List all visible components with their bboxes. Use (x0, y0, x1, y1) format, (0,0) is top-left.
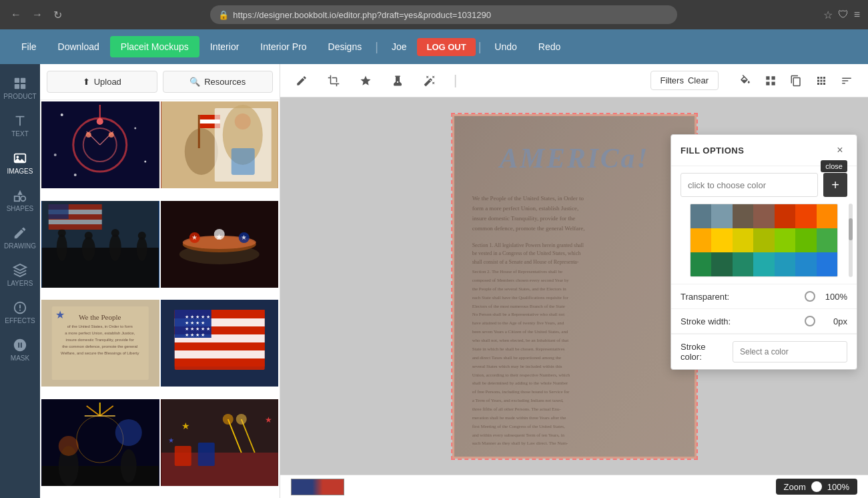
color-swatch[interactable] (733, 204, 753, 228)
pencil-icon (296, 75, 308, 87)
sidebar-icons: PRODUCT TEXT IMAGES SHAPES DRAWING LAYER… (0, 64, 40, 498)
menu-interior-pro[interactable]: Interior Pro (250, 36, 317, 57)
wand-tool[interactable] (419, 70, 440, 91)
svg-point-38 (82, 237, 95, 261)
list-item[interactable]: ★ ★ ★ (161, 399, 279, 486)
list-item[interactable] (161, 101, 279, 188)
copy-tool[interactable] (785, 70, 807, 91)
add-color-button[interactable]: + (823, 173, 847, 197)
color-text-input[interactable] (681, 173, 818, 197)
stroke-width-radio[interactable] (805, 316, 815, 326)
refresh-button[interactable]: ↻ (51, 6, 65, 24)
forward-button[interactable]: → (29, 6, 45, 23)
transparent-radio[interactable] (805, 291, 815, 302)
color-swatch[interactable] (817, 204, 837, 228)
wand-icon (424, 75, 436, 87)
apps-tool[interactable] (811, 70, 832, 91)
color-swatch[interactable] (691, 204, 711, 228)
color-swatch[interactable] (753, 228, 774, 252)
sidebar-item-layers[interactable]: LAYERS (3, 258, 37, 292)
color-palette (690, 204, 838, 277)
svg-point-93 (121, 449, 137, 483)
zoom-slider[interactable] (811, 481, 822, 492)
color-swatch[interactable] (795, 252, 816, 276)
color-swatch[interactable] (691, 228, 711, 252)
list-item[interactable] (41, 101, 159, 188)
header-divider-2: | (476, 40, 484, 54)
list-item[interactable]: ★ ★ ★ (161, 201, 279, 288)
color-swatch[interactable] (711, 228, 732, 252)
svg-text:★: ★ (167, 437, 173, 444)
svg-point-37 (58, 229, 66, 237)
browser-chrome: ← → ↻ 🔒 https://designer.bookbolt.io/edi… (0, 0, 868, 29)
address-bar[interactable]: 🔒 https://designer.bookbolt.io/editor.ph… (210, 5, 677, 24)
image-grid: ★ ★ ★ We the People of the United States… (40, 100, 280, 498)
color-swatch[interactable] (795, 204, 816, 228)
canvas-main[interactable]: AMERICa! We the People of the United Sta… (280, 97, 868, 475)
color-swatch[interactable] (691, 252, 711, 276)
undo-button[interactable]: Undo (484, 36, 527, 57)
list-item[interactable] (41, 399, 159, 486)
clear-filters-button[interactable]: Filters Clear (650, 71, 719, 90)
menu-file[interactable]: File (11, 36, 47, 57)
back-button[interactable]: ← (8, 6, 24, 23)
list-item[interactable] (41, 201, 159, 288)
resources-button[interactable]: 🔍 Resources (163, 71, 274, 93)
toolbar-divider: | (454, 73, 457, 88)
color-swatch[interactable] (817, 228, 837, 252)
color-swatch[interactable] (795, 228, 816, 252)
settings-tool[interactable] (836, 70, 857, 91)
color-swatch[interactable] (775, 252, 795, 276)
flask-tool[interactable] (387, 70, 408, 91)
upload-button[interactable]: ⬆ Upload (47, 71, 157, 93)
sidebar-item-product[interactable]: PRODUCT (3, 71, 37, 105)
pencil-tool[interactable] (291, 70, 312, 91)
bookmark-icon[interactable]: ☆ (823, 9, 833, 21)
color-swatch[interactable] (753, 252, 774, 276)
menu-interior[interactable]: Interior (199, 36, 250, 57)
color-swatch[interactable] (711, 204, 732, 228)
svg-point-24 (184, 128, 218, 175)
stroke-color-input[interactable] (733, 341, 847, 362)
firefox-shield-icon[interactable]: 🛡 (838, 9, 849, 21)
stroke-color-label: Stroke color: (681, 342, 727, 362)
stroke-width-label: Stroke width: (681, 316, 805, 326)
svg-point-14 (97, 118, 103, 125)
sidebar-item-mask[interactable]: MASK (3, 332, 37, 367)
sidebar-item-effects[interactable]: EFFECTS (3, 295, 37, 330)
color-swatch[interactable] (733, 228, 753, 252)
sidebar-item-shapes[interactable]: SHAPES (3, 183, 37, 218)
color-swatch[interactable] (817, 252, 837, 276)
list-item[interactable]: We the People of the United States, in O… (41, 300, 159, 387)
transparent-value: 100% (821, 292, 847, 302)
color-swatch[interactable] (711, 252, 732, 276)
logout-button[interactable]: LOG OUT (417, 38, 475, 56)
close-tooltip: close (821, 160, 847, 172)
svg-point-43 (138, 232, 146, 240)
redo-button[interactable]: Redo (528, 36, 571, 57)
color-swatch[interactable] (753, 204, 774, 228)
color-swatch[interactable] (733, 252, 753, 276)
zoom-control: Zoom 100% (776, 479, 857, 495)
menu-designs[interactable]: Designs (318, 36, 373, 57)
crop-tool[interactable] (323, 70, 344, 91)
sidebar-item-images[interactable]: IMAGES (3, 146, 37, 180)
clear-label: Clear (688, 75, 709, 85)
svg-rect-48 (49, 220, 102, 224)
sidebar-item-label: PRODUCT (3, 93, 36, 100)
sidebar-item-drawing[interactable]: DRAWING (3, 220, 37, 255)
svg-rect-33 (231, 148, 254, 175)
grid-tool[interactable] (760, 70, 781, 91)
svg-point-36 (57, 234, 67, 261)
fill-tool[interactable] (735, 70, 756, 91)
color-swatch[interactable] (775, 228, 795, 252)
canvas-content[interactable]: AMERICa! We the People of the United Sta… (451, 113, 698, 460)
menu-download[interactable]: Download (47, 36, 110, 57)
star-tool[interactable] (355, 70, 376, 91)
menu-placeit-mockups[interactable]: Placeit Mockups (110, 36, 199, 57)
list-item[interactable]: ★ ★ ★ ★ ★ ★ ★ ★ ★ ★ ★ ★ ★ ★ ★ ★ ★ ★ (161, 300, 279, 387)
close-button[interactable]: × close (833, 143, 847, 158)
color-swatch[interactable] (775, 204, 795, 228)
sidebar-item-text[interactable]: TEXT (3, 108, 37, 143)
menu-icon[interactable]: ≡ (854, 9, 860, 21)
